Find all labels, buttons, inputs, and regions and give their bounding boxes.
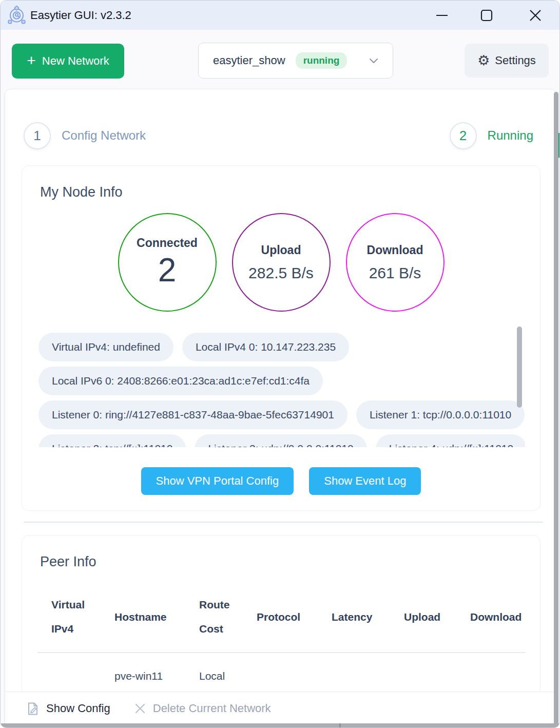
- column-latency: Latency: [320, 605, 393, 629]
- connected-label: Connected: [137, 236, 198, 250]
- peer-info-card: Peer Info Virtual IPv4 Hostname Route Co…: [22, 535, 540, 715]
- plus-icon: +: [27, 53, 36, 68]
- network-select[interactable]: easytier_show running: [198, 43, 393, 79]
- scrollbar-tick: [339, 723, 341, 727]
- minimize-button[interactable]: [430, 1, 454, 30]
- cell-hostname: pve-win11: [103, 670, 188, 682]
- step-running: 2 Running: [450, 122, 533, 149]
- maximize-button[interactable]: [475, 1, 498, 30]
- show-config-button[interactable]: Show Config: [26, 702, 110, 716]
- horizontal-scrollbar[interactable]: [1, 723, 559, 727]
- window-title: Easytier GUI: v2.3.2: [30, 1, 131, 30]
- upload-value: 282.5 B/s: [248, 264, 314, 282]
- step-2-label: Running: [488, 128, 533, 143]
- column-hostname: Hostname: [103, 605, 188, 629]
- table-row: pve-win11 Local: [40, 670, 523, 682]
- new-network-label: New Network: [42, 54, 109, 68]
- tag-listener-2: Listener 2: tcp://[::]:11010: [38, 434, 186, 447]
- step-config-network: 1 Config Network: [24, 122, 146, 149]
- upload-label: Upload: [261, 243, 301, 257]
- gear-icon: ⚙: [477, 54, 490, 68]
- connected-value: 2: [158, 251, 177, 289]
- section-divider: [24, 522, 543, 523]
- tag-local-ipv6: Local IPv6 0: 2408:8266:e01:23ca:ad1c:e7…: [38, 367, 323, 395]
- footer-bar: Show Config Delete Current Network: [5, 692, 556, 728]
- settings-button[interactable]: ⚙ Settings: [465, 44, 549, 78]
- step-2-circle: 2: [450, 122, 477, 149]
- peer-table-header: Virtual IPv4 Hostname Route Cost Protoco…: [40, 592, 523, 641]
- column-virtual-ipv4: Virtual IPv4: [40, 592, 103, 641]
- node-stats: Connected 2 Upload 282.5 B/s Download 26…: [22, 213, 540, 312]
- upload-stat-circle: Upload 282.5 B/s: [232, 213, 331, 312]
- delete-network-label: Delete Current Network: [153, 702, 271, 715]
- download-stat-circle: Download 261 B/s: [346, 213, 445, 312]
- app-logo-icon: [7, 6, 26, 25]
- peer-info-title: Peer Info: [40, 554, 96, 570]
- tag-local-ipv4: Local IPv4 0: 10.147.223.235: [182, 333, 349, 361]
- connected-stat-circle: Connected 2: [118, 213, 217, 312]
- close-button[interactable]: [524, 1, 547, 30]
- step-1-label: Config Network: [62, 128, 146, 143]
- tag-listener-3: Listener 3: udp://0.0.0.0:11010: [195, 434, 366, 447]
- delete-network-button[interactable]: Delete Current Network: [134, 702, 271, 715]
- show-config-label: Show Config: [46, 702, 110, 715]
- cell-virtual-ipv4: [40, 670, 103, 682]
- column-upload: Upload: [393, 605, 459, 629]
- node-tags-list: Virtual IPv4: undefined Local IPv4 0: 10…: [38, 333, 525, 447]
- tag-listener-1: Listener 1: tcp://0.0.0.0:11010: [356, 400, 525, 429]
- titlebar: Easytier GUI: v2.3.2: [1, 1, 559, 30]
- column-download: Download: [459, 605, 523, 629]
- steps-bar: 1 Config Network 2 Running: [24, 121, 533, 150]
- node-info-card: My Node Info Connected 2 Upload 282.5 B/…: [22, 165, 540, 511]
- column-protocol: Protocol: [245, 605, 320, 629]
- tag-listener-4: Listener 4: udp://[::]:11010: [376, 434, 525, 447]
- network-status-badge: running: [296, 52, 347, 69]
- tags-scrollbar[interactable]: [517, 327, 522, 408]
- step-1-circle: 1: [24, 122, 51, 149]
- app-window: Easytier GUI: v2.3.2 + New Network easyt…: [0, 0, 560, 728]
- show-event-log-button[interactable]: Show Event Log: [309, 467, 421, 495]
- document-edit-icon: [26, 702, 40, 716]
- chevron-down-icon: [367, 54, 380, 67]
- download-value: 261 B/s: [369, 264, 421, 282]
- tag-virtual-ipv4: Virtual IPv4: undefined: [38, 333, 173, 361]
- download-label: Download: [367, 243, 423, 257]
- new-network-button[interactable]: + New Network: [12, 44, 124, 79]
- show-vpn-portal-config-button[interactable]: Show VPN Portal Config: [141, 467, 294, 495]
- network-select-value: easytier_show: [213, 54, 285, 67]
- cell-route-cost: Local: [188, 670, 245, 682]
- settings-label: Settings: [495, 54, 536, 67]
- column-route-cost: Route Cost: [188, 592, 245, 641]
- toolbar: + New Network easytier_show running ⚙ Se…: [1, 30, 559, 89]
- close-x-icon: [134, 702, 146, 715]
- table-header-divider: [37, 652, 526, 653]
- tag-listener-0: Listener 0: ring://4127e881-c837-48aa-9b…: [38, 400, 347, 429]
- vertical-scrollbar[interactable]: [554, 92, 558, 728]
- main-panel: 1 Config Network 2 Running My Node Info …: [5, 89, 556, 728]
- node-info-title: My Node Info: [40, 184, 123, 200]
